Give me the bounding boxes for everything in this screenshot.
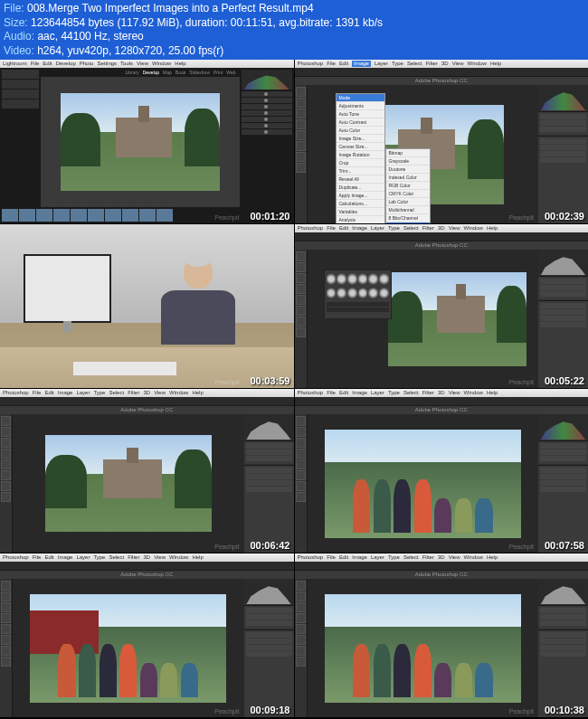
app-title: Adobe Photoshop CC: [295, 406, 589, 414]
timestamp: 00:05:22: [545, 375, 584, 386]
group-photo-final: [325, 594, 521, 702]
keyboard: [73, 362, 176, 374]
audio-value: aac, 44100 Hz, stereo: [37, 30, 143, 43]
watermark: Peachpit: [214, 708, 239, 714]
thumbnail-2[interactable]: PhotoshopFileEditImageLayerTypeSelectFil…: [295, 60, 589, 223]
timestamp: 00:10:38: [545, 705, 584, 715]
thumbnail-3[interactable]: Peachpit 00:03:59: [0, 224, 294, 388]
lightroom-center: LibraryDevelopMapBookSlideshowPrintWeb: [41, 68, 240, 207]
photoshop-menubar: PhotoshopFileEditImageLayerTypeSelectFil…: [295, 224, 589, 232]
lightroom-module-tabs: LibraryDevelopMapBookSlideshowPrintWeb: [41, 68, 240, 77]
presenter-person: [161, 258, 234, 348]
lightroom-right-panel: [240, 68, 294, 207]
timestamp: 00:01:20: [250, 211, 289, 222]
lightroom-body: LibraryDevelopMapBookSlideshowPrintWeb: [0, 68, 294, 207]
photoshop-menubar: PhotoshopFileEditImageLayerTypeSelectFil…: [0, 553, 294, 562]
thumbnail-7[interactable]: PhotoshopFileEditImageLayerTypeSelectFil…: [0, 553, 294, 717]
timestamp: 00:09:18: [250, 705, 289, 715]
lightroom-menubar: LightroomFileEditDevelopPhotoSettingsToo…: [0, 60, 294, 68]
watermark: Peachpit: [509, 708, 534, 714]
presenter-scene: [0, 224, 294, 388]
thumbnail-grid: LightroomFileEditDevelopPhotoSettingsToo…: [0, 60, 588, 717]
lightroom-left-panel: [0, 68, 41, 207]
app-title: Adobe Photoshop CC: [0, 406, 294, 414]
watermark: Peachpit: [214, 544, 239, 550]
video-info-line: Video: h264, yuv420p, 1280x720, 25.00 fp…: [4, 44, 584, 59]
photoshop-menubar: PhotoshopFileEditImageLayerTypeSelectFil…: [295, 60, 589, 68]
watermark: Peachpit: [509, 379, 534, 385]
thumbnail-8[interactable]: PhotoshopFileEditImageLayerTypeSelectFil…: [295, 553, 589, 717]
thumbnail-5[interactable]: PhotoshopFileEditImageLayerTypeSelectFil…: [0, 389, 294, 553]
timestamp: 00:07:58: [545, 540, 584, 551]
watermark: Peachpit: [214, 379, 239, 385]
app-title: Adobe Photoshop CC: [295, 241, 589, 250]
group-photo: [325, 430, 521, 537]
thumbnail-6[interactable]: PhotoshopFileEditImageLayerTypeSelectFil…: [295, 389, 589, 553]
lightroom-canvas: [41, 77, 240, 207]
mode-submenu[interactable]: Bitmap Grayscale Duotone Indexed Color R…: [385, 148, 431, 223]
audio-label: Audio:: [4, 30, 34, 43]
building-photo: [61, 93, 220, 191]
brush-preset-panel[interactable]: [324, 270, 392, 319]
file-label: File:: [4, 2, 24, 14]
video-label: Video:: [4, 44, 34, 57]
photoshop-menubar: PhotoshopFileEditImageLayerTypeSelectFil…: [295, 389, 589, 397]
watermark: Peachpit: [214, 214, 239, 221]
size-label: Size:: [4, 16, 28, 29]
timestamp: 00:06:42: [250, 540, 289, 551]
video-value: h264, yuv420p, 1280x720, 25.00 fps(r): [37, 44, 223, 57]
tool-palette: [295, 85, 308, 223]
apple-logo-icon: [9, 303, 16, 310]
timestamp: 00:03:59: [250, 375, 289, 386]
media-info-header: File: 008.Merge Two Imperfect Images int…: [0, 0, 588, 60]
app-title: Adobe Photoshop CC: [295, 77, 589, 85]
photoshop-menubar: PhotoshopFileEditImageLayerTypeSelectFil…: [0, 389, 294, 397]
thumbnail-4[interactable]: PhotoshopFileEditImageLayerTypeSelectFil…: [295, 224, 589, 388]
thumbnail-1[interactable]: LightroomFileEditDevelopPhotoSettingsToo…: [0, 60, 294, 223]
file-info-line: File: 008.Merge Two Imperfect Images int…: [4, 2, 584, 16]
photoshop-menubar: PhotoshopFileEditImageLayerTypeSelectFil…: [295, 553, 589, 562]
file-value: 008.Merge Two Imperfect Images into a Pe…: [27, 2, 314, 14]
timestamp: 00:02:39: [545, 211, 584, 222]
right-panels: [538, 85, 588, 223]
app-title: Adobe Photoshop CC: [295, 571, 589, 579]
group-photo-red-house: [30, 594, 226, 702]
size-value: 123644854 bytes (117.92 MiB), duration: …: [31, 16, 383, 29]
imac-monitor: [24, 254, 111, 323]
watermark: Peachpit: [509, 544, 534, 550]
image-menu-dropdown[interactable]: Mode Adjustments Auto Tone Auto Contrast…: [336, 93, 385, 223]
app-title: Adobe Photoshop CC: [0, 571, 294, 579]
audio-info-line: Audio: aac, 44100 Hz, stereo: [4, 30, 584, 44]
watermark: Peachpit: [509, 214, 534, 221]
size-info-line: Size: 123644854 bytes (117.92 MiB), dura…: [4, 16, 584, 31]
